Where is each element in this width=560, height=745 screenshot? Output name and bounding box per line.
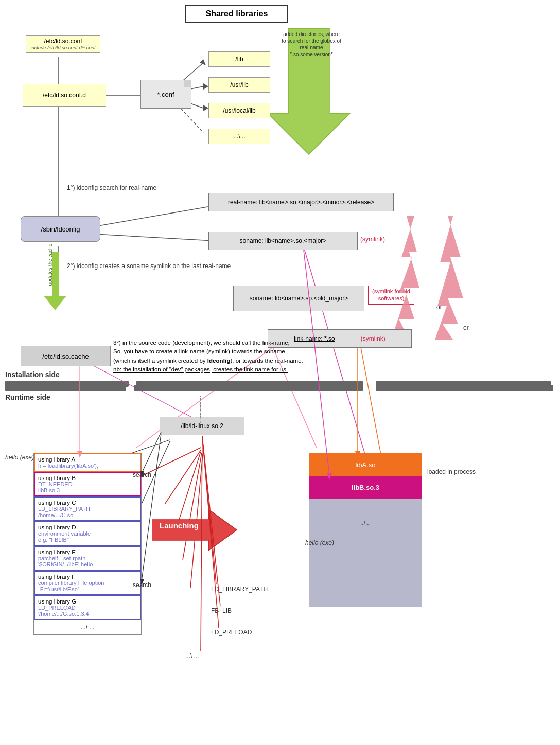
ld-so-cache-box: /etc/ld.so.cache [21, 346, 111, 366]
installation-label: Installation side [5, 370, 60, 379]
runtime-label: Runtime side [5, 393, 50, 401]
svg-marker-36 [435, 216, 463, 340]
lib-e-item: using library E patchelf --set-rpath'$OR… [34, 546, 141, 571]
soname-box1: soname: lib<name>.so.<major> [208, 232, 358, 250]
page-title: Shared libraries [185, 5, 288, 23]
runtime-right-container: libA.so libB.so.3 ../... [309, 453, 422, 607]
lightning-svg [391, 216, 484, 340]
svg-marker-8 [203, 105, 208, 111]
hello-exe-right: hello (exe) [305, 539, 334, 546]
lib-b-item: using library B DT_NEEDEDlibB.so.3 [34, 472, 141, 496]
fb-lib-label: FB_LIB [211, 607, 232, 614]
divider-left [5, 385, 126, 391]
search-dir-usr-lib: /usr/lib [208, 77, 270, 93]
lib-a-item: using library A h:= loadlibrary('libA.so… [34, 453, 141, 472]
ld-preload-label: LD_PRELOAD [211, 629, 252, 636]
lib-dots-item: .../ ... [34, 620, 141, 634]
divider-right [376, 385, 553, 391]
added-dirs-label: added directories, where to search for t… [281, 31, 342, 58]
search-dots-label: ...\ ... [185, 652, 199, 660]
divider-mid [134, 385, 363, 391]
loaded-in-process-label: loaded in process [427, 468, 476, 475]
step3-annotation: 3°) in the source code (development), we… [113, 339, 335, 374]
runtime-dots: ../... [309, 499, 422, 537]
search-label-1: search [133, 471, 151, 478]
ld-linux-box: /lib/ld-linux.so.2 [160, 417, 244, 435]
svg-line-27 [165, 450, 201, 504]
step2-label: 2°) ldconfig creates a soname symlink on… [67, 262, 231, 270]
ld-so-conf-box: /etc/ld.so.conf include /etc/ld.so.conf.… [26, 35, 100, 53]
soname-box2: soname: lib<name>.so.<old_major> [233, 286, 364, 311]
svg-marker-37 [152, 509, 237, 551]
svg-line-42 [142, 432, 161, 473]
hello-exe-left: hello (exe) [5, 454, 34, 461]
launching-arrow: Launching [152, 507, 239, 555]
search-dir-dots: ...\... [208, 129, 270, 144]
search-label-2: search [133, 581, 151, 589]
search-dir-usr-local-lib: /usr/local/lib [208, 103, 270, 118]
lib-b-loaded: libB.so.3 [309, 476, 422, 499]
lib-f-item: using library F compiler library File op… [34, 571, 141, 595]
svg-marker-4 [200, 59, 206, 65]
ldconfig-box: /sbin/ldconfig [21, 216, 100, 242]
diagram-container: Shared libraries added directories, wher… [0, 0, 560, 745]
ld-library-path-label: LD_LIBRARY_PATH [211, 586, 268, 593]
lib-a-loaded: libA.so [309, 453, 422, 476]
soname1-note: (symlink) [360, 236, 385, 243]
step1-label: 1°) ldconfig search for real-name [67, 184, 156, 191]
svg-marker-35 [391, 216, 419, 340]
lib-g-item: using library G LD_PRELOAD'/home/.../G.s… [34, 595, 141, 620]
ld-so-conf-d-box: /etc/ld.so.conf.d [23, 84, 106, 107]
lib-d-item: using library D environment variablee.g.… [34, 521, 141, 546]
lib-c-item: using library C LD_LIBRARY_PATH/home/...… [34, 496, 141, 521]
runtime-lib-list: using library A h:= loadlibrary('libA.so… [33, 453, 142, 635]
svg-line-15 [95, 234, 214, 241]
search-dir-lib: /lib [208, 51, 270, 67]
real-name-box: real-name: lib<name>.so.<major>.<minor>.… [208, 193, 394, 211]
svg-line-13 [95, 206, 214, 226]
conf-wildcard-box: *.conf [140, 80, 191, 109]
svg-marker-6 [203, 83, 208, 90]
